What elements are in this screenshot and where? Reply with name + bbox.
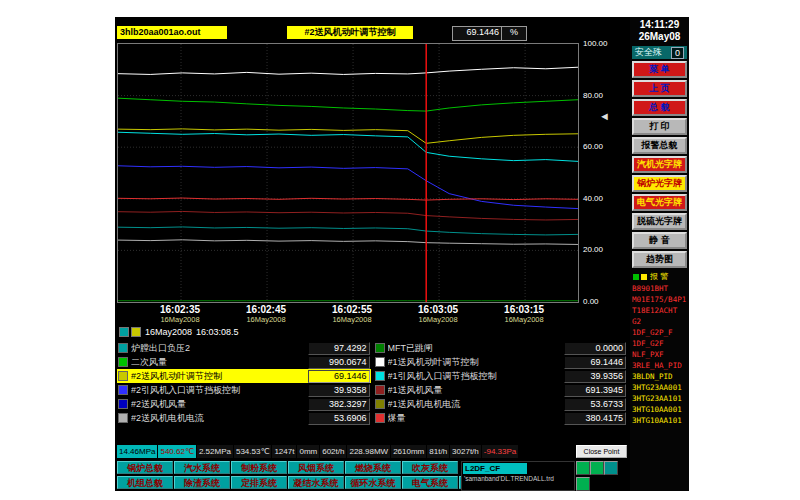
sidebar-button[interactable]: 电气光字牌 <box>632 194 687 211</box>
cursor-icons <box>119 327 141 337</box>
trend-trace <box>118 211 578 220</box>
sidebar-button[interactable]: 脱硫光字牌 <box>632 213 687 230</box>
alarm-tag[interactable]: NLF_PXF <box>632 349 687 360</box>
selected-trace-title[interactable]: #2送风机动叶调节控制 <box>287 26 413 39</box>
menu-button[interactable]: 吹灰系统 <box>402 461 458 474</box>
menu-button[interactable]: 燃烧系统 <box>345 461 401 474</box>
status-value: 14.46MPa <box>117 445 157 458</box>
trace-label: #1引风机入口调节挡板控制 <box>388 370 562 383</box>
status-value: 602t/h <box>320 445 346 458</box>
alarm-tag[interactable]: T18E12ACHT <box>632 305 687 316</box>
trace-value: 382.3297 <box>308 398 370 411</box>
trend-chart[interactable] <box>117 43 579 303</box>
trace-value: 691.3945 <box>564 384 626 397</box>
menu-button[interactable]: 循环水系统 <box>345 476 401 489</box>
sidebar-button[interactable]: 静 音 <box>632 232 687 249</box>
trend-trace <box>118 67 578 74</box>
y-tick-label: 100.00 <box>583 39 607 48</box>
sidebar-button[interactable]: 汽机光字牌 <box>632 156 687 173</box>
legend-row[interactable]: 炉膛出口负压297.4292 <box>117 341 371 355</box>
alarm-tag[interactable]: 1DF_G2P_F <box>632 327 687 338</box>
y-tick-label: 80.00 <box>583 91 603 100</box>
clock-time: 14:11:29 <box>630 19 689 31</box>
sidebar-button[interactable]: 锅炉光字牌 <box>632 175 687 192</box>
legend-column-right: MFT已跳闸0.0000#1送风机动叶调节控制69.1446#1引风机入口调节挡… <box>374 341 628 425</box>
alarm-tag[interactable]: 3HTG23AA001 <box>632 382 687 393</box>
menu-button[interactable]: 机组总貌 <box>117 476 173 489</box>
indicator-light[interactable] <box>590 461 604 475</box>
legend-row[interactable]: #2引风机入口调节挡板控制39.9358 <box>117 383 371 397</box>
menu-button[interactable]: 电气系统 <box>402 476 458 489</box>
legend-row[interactable]: #1引风机入口调节挡板控制39.9356 <box>374 369 628 383</box>
legend-row[interactable]: MFT已跳闸0.0000 <box>374 341 628 355</box>
status-value: 3027t/h <box>450 445 481 458</box>
alarm-tag[interactable]: G2 <box>632 316 687 327</box>
clock-date: 26May08 <box>630 31 689 43</box>
x-tick: 16:03:1516May2008 <box>504 304 544 324</box>
trace-value: 39.9358 <box>308 384 370 397</box>
indicator-light[interactable] <box>576 461 590 475</box>
trace-color-swatch <box>375 413 385 423</box>
legend-row[interactable]: #1送风机电机电流53.6733 <box>374 397 628 411</box>
indicator-light[interactable] <box>604 461 618 475</box>
legend-row[interactable]: #2送风机风量382.3297 <box>117 397 371 411</box>
trace-color-swatch <box>375 399 385 409</box>
alarm-tag[interactable]: B8901BHT <box>632 283 687 294</box>
status-value: 534.53℃ <box>234 445 271 458</box>
status-value: 1247t <box>272 445 296 458</box>
trace-value: 53.6906 <box>308 412 370 425</box>
clock: 14:11:29 26May08 <box>630 17 689 45</box>
alarm-tag[interactable]: 3HTG10AA001 <box>632 404 687 415</box>
sidebar-button[interactable]: 打 印 <box>632 118 687 135</box>
trace-color-swatch <box>375 371 385 381</box>
sidebar-button[interactable]: 趋势图 <box>632 251 687 268</box>
trend-trace <box>118 129 578 143</box>
sidebar-button[interactable]: 菜 单 <box>632 61 687 78</box>
legend-row[interactable]: #2送风机电机电流53.6906 <box>117 411 371 425</box>
dcs-screen: 3hlb20aa001ao.out #2送风机动叶调节控制 69.1446 % … <box>115 17 689 491</box>
sidebar-button[interactable]: 上 页 <box>632 80 687 97</box>
cursor-info-row: 16May2008 16:03:08.5 <box>119 327 239 337</box>
x-tick: 16:02:4516May2008 <box>246 304 286 324</box>
close-point-button[interactable]: Close Point <box>576 445 627 458</box>
trace-label: MFT已跳闸 <box>388 342 562 355</box>
status-value: 2.52MPa <box>197 445 233 458</box>
menu-button[interactable]: 定排系统 <box>231 476 287 489</box>
menu-button[interactable]: 除渣系统 <box>174 476 230 489</box>
trace-label: 二次风量 <box>131 356 305 369</box>
selected-trace-unit: % <box>501 26 527 41</box>
menu-button[interactable]: 凝结水系统 <box>288 476 344 489</box>
legend-row[interactable]: #2送风机动叶调节控制69.1446 <box>117 369 371 383</box>
trace-label: #1送风机风量 <box>388 384 562 397</box>
alarm-header-icons <box>633 274 647 280</box>
scale-marker-icon[interactable]: ◄ <box>599 111 610 122</box>
status-value: 228.98MW <box>347 445 390 458</box>
alarm-tag[interactable]: 3BLDN_PID <box>632 371 687 382</box>
trace-color-swatch <box>118 413 128 423</box>
sidebar-button[interactable]: 报警总貌 <box>632 137 687 154</box>
point-tag-box[interactable]: 3hlb20aa001ao.out <box>117 26 227 39</box>
legend-row[interactable]: 煤量380.4175 <box>374 411 628 425</box>
cursor-time: 16:03:08.5 <box>196 327 239 337</box>
sidebar: 14:11:29 26May08 安全殊 0 菜 单上 页总 貌打 印报警总貌汽… <box>630 17 689 491</box>
alarm-tag[interactable]: 3RLE_HA_PID <box>632 360 687 371</box>
menu-button[interactable]: 风烟系统 <box>288 461 344 474</box>
menu-button[interactable]: 制粉系统 <box>231 461 287 474</box>
trend-plot-area[interactable] <box>118 44 578 302</box>
legend-row[interactable]: #1送风机风量691.3945 <box>374 383 628 397</box>
alarm-tag[interactable]: M01E175/B4P1 <box>632 294 687 305</box>
trace-color-swatch <box>118 357 128 367</box>
alarm-tag[interactable]: 3HTG23AA101 <box>632 393 687 404</box>
menu-button[interactable]: 汽水系统 <box>174 461 230 474</box>
legend-row[interactable]: 二次风量990.0674 <box>117 355 371 369</box>
legend-row[interactable]: #1送风机动叶调节控制69.1446 <box>374 355 628 369</box>
x-tick: 16:02:5516May2008 <box>332 304 372 324</box>
status-strip: 14.46MPa540.62℃2.52MPa534.53℃1247t0mm602… <box>117 445 573 458</box>
sidebar-button[interactable]: 总 貌 <box>632 99 687 116</box>
indicator-light[interactable] <box>576 477 590 491</box>
alarm-tag[interactable]: 3HTG10AA101 <box>632 415 687 426</box>
alarm-tag[interactable]: 1DF_G2F <box>632 338 687 349</box>
trace-color-swatch <box>375 343 385 353</box>
alarm-header-icon <box>633 274 639 280</box>
menu-button[interactable]: 锅炉总貌 <box>117 461 173 474</box>
